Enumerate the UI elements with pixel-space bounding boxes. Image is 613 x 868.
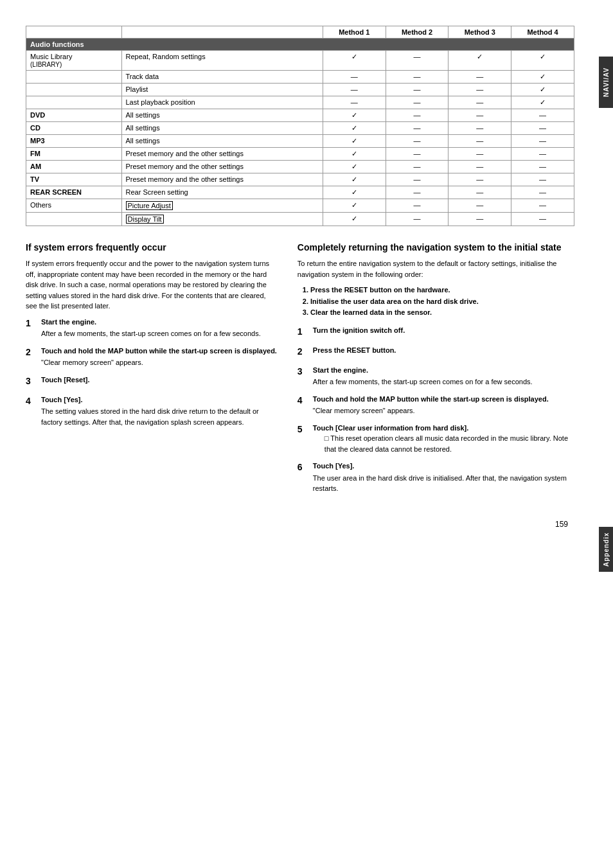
table-cell-m3: — [449, 148, 511, 161]
table-row: OthersPicture Adjust✓——— [26, 199, 574, 213]
table-cell-m4: — [511, 122, 574, 135]
left-section-intro: If system errors frequently occur and th… [26, 258, 278, 312]
table-cell-m4: ✓ [511, 84, 574, 96]
table-cell-m2: — [386, 148, 449, 161]
step-title: Touch [Yes]. [41, 396, 83, 403]
table-cell-category: AM [26, 161, 122, 173]
navi-av-tab: NAVI/AV [599, 57, 613, 108]
table-cell-category: REAR SCREEN [26, 186, 122, 199]
table-cell-category: Music Library(LIBRARY) [26, 51, 122, 71]
step-content: Start the engine.After a few moments, th… [41, 317, 278, 339]
table-cell-category: Others [26, 199, 122, 213]
right-column: Completely returning the navigation syst… [298, 242, 574, 500]
table-cell-m2: — [386, 51, 449, 71]
table-cell-m3: — [449, 173, 511, 186]
step-number: 3 [298, 365, 313, 387]
step-number: 1 [26, 317, 41, 339]
table-cell-m2: — [386, 84, 449, 96]
step-number: 2 [298, 345, 313, 359]
step-title: Touch [Clear user information from hard … [313, 424, 468, 432]
step-content: Start the engine.After a few moments, th… [313, 365, 574, 387]
table-cell-category [26, 71, 122, 84]
left-column: If system errors frequently occur If sys… [26, 242, 278, 500]
step-bullet-list: This reset operation clears all music da… [324, 433, 574, 454]
step-content: Touch and hold the MAP button while the … [313, 394, 574, 416]
table-cell-m2: — [386, 71, 449, 84]
right-step: 2Press the RESET button. [298, 345, 574, 359]
appendix-tab: Appendix [599, 527, 613, 572]
audio-functions-label: Audio functions [26, 39, 574, 51]
table-cell-m1: — [323, 96, 386, 109]
table-cell-m1: ✓ [323, 148, 386, 161]
col-method3: Method 3 [449, 26, 511, 39]
page-number: 159 [26, 520, 574, 529]
step-content: Press the RESET button. [313, 345, 574, 359]
table-cell-m4: ✓ [511, 51, 574, 71]
step-number: 2 [26, 346, 41, 368]
table-cell-m1: ✓ [323, 122, 386, 135]
step-title: Press the RESET button. [313, 346, 396, 354]
left-section-heading: If system errors frequently occur [26, 242, 278, 253]
step-content: Touch [Yes].The user area in the hard di… [313, 461, 574, 494]
step-content: Turn the ignition switch off. [313, 325, 574, 339]
table-cell-m3: — [449, 135, 511, 148]
table-row: Last playback position———✓ [26, 96, 574, 109]
left-step: 3Touch [Reset]. [26, 375, 278, 388]
bold-step: 1. Press the RESET button on the hardwar… [303, 285, 574, 296]
table-cell-m1: ✓ [323, 213, 386, 226]
step-number: 4 [298, 394, 313, 416]
step-number: 3 [26, 375, 41, 388]
table-cell-m4: ✓ [511, 71, 574, 84]
table-cell-m1: ✓ [323, 161, 386, 173]
table-cell-function: All settings [121, 122, 323, 135]
table-cell-function: Preset memory and the other settings [121, 148, 323, 161]
step-title: Touch [Yes]. [313, 462, 355, 470]
step-title: Start the engine. [313, 366, 368, 374]
table-row: MP3All settings✓——— [26, 135, 574, 148]
step-content: Touch [Clear user information from hard … [313, 423, 574, 455]
table-row: DVDAll settings✓——— [26, 109, 574, 122]
table-cell-m2: — [386, 122, 449, 135]
table-cell-function: All settings [121, 109, 323, 122]
table-cell-m3: — [449, 213, 511, 226]
table-row: TVPreset memory and the other settings✓—… [26, 173, 574, 186]
table-cell-function: Preset memory and the other settings [121, 161, 323, 173]
left-step: 4Touch [Yes].The setting values stored i… [26, 394, 278, 428]
settings-table: Method 1 Method 2 Method 3 Method 4 Audi… [26, 26, 574, 226]
table-cell-function: Preset memory and the other settings [121, 173, 323, 186]
table-cell-m1: — [323, 84, 386, 96]
table-cell-category [26, 84, 122, 96]
table-row: FMPreset memory and the other settings✓—… [26, 148, 574, 161]
table-cell-m4: — [511, 161, 574, 173]
right-section-heading: Completely returning the navigation syst… [298, 242, 574, 253]
step-title: Turn the ignition switch off. [313, 326, 405, 334]
step-content: Touch and hold the MAP button while the … [41, 346, 278, 368]
table-cell-m1: ✓ [323, 186, 386, 199]
left-step: 2Touch and hold the MAP button while the… [26, 346, 278, 368]
right-step: 5Touch [Clear user information from hard… [298, 423, 574, 455]
table-cell-category: MP3 [26, 135, 122, 148]
table-cell-category: TV [26, 173, 122, 186]
table-cell-m4: — [511, 135, 574, 148]
table-cell-function: All settings [121, 135, 323, 148]
table-cell-function: Rear Screen setting [121, 186, 323, 199]
right-step: 1Turn the ignition switch off. [298, 325, 574, 339]
table-cell-category: CD [26, 122, 122, 135]
table-row: CDAll settings✓——— [26, 122, 574, 135]
table-cell-m1: ✓ [323, 135, 386, 148]
table-cell-m4: — [511, 213, 574, 226]
table-row: AMPreset memory and the other settings✓—… [26, 161, 574, 173]
col-function [121, 26, 323, 39]
left-steps-container: 1Start the engine.After a few moments, t… [26, 317, 278, 428]
table-cell-category [26, 96, 122, 109]
table-cell-category: FM [26, 148, 122, 161]
table-cell-m1: ✓ [323, 51, 386, 71]
step-number: 1 [298, 325, 313, 339]
table-cell-category: DVD [26, 109, 122, 122]
table-cell-m4: — [511, 173, 574, 186]
table-cell-m2: — [386, 161, 449, 173]
table-cell-m3: — [449, 161, 511, 173]
table-row: Music Library(LIBRARY)Repeat, Random set… [26, 51, 574, 71]
two-column-layout: If system errors frequently occur If sys… [26, 242, 574, 500]
step-detail: The setting values stored in the hard di… [41, 406, 278, 427]
